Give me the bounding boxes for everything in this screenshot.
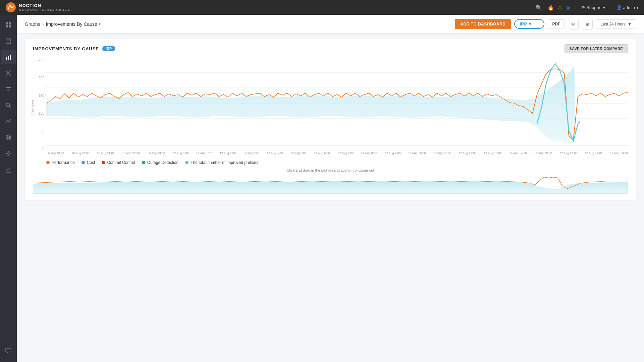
main-content: Graphs › Improvements By Cause ▾ ADD TO … xyxy=(17,15,644,362)
topnav-right-area: 🔍 🔥 ⚠ ◎ ⊕ Support ▾ 👤 admin ▾ xyxy=(535,4,639,11)
legend-label-cost: Cost xyxy=(87,160,95,165)
x-label-13: 17 Aug 8:00 xyxy=(361,152,377,155)
x-label-22: 17 Aug 17:00 xyxy=(585,152,602,155)
x-label-4: 16 Aug 23:00 xyxy=(147,152,165,155)
sidebar xyxy=(0,15,17,362)
chart-legend: Performance Cost Commit Control Outage D… xyxy=(33,160,628,165)
time-range-filter-icon: ▼ xyxy=(628,22,632,26)
add-to-dashboard-button[interactable]: ADD TO DASHBOARD xyxy=(455,19,511,29)
warn-alert-icon[interactable]: ⚠ xyxy=(557,4,562,11)
y-tick-150: 150 xyxy=(39,94,44,98)
user-arrow-icon: ▾ xyxy=(636,5,639,10)
chart-plot-area[interactable]: 16 Aug 19:00 16 Aug 20:00 16 Aug 21:00 1… xyxy=(46,57,628,158)
legend-label-performance: Performance xyxy=(52,160,75,165)
logo-name: NOCTION xyxy=(19,3,70,8)
breadcrumb-root[interactable]: Graphs xyxy=(25,21,40,27)
mini-chart-wrap[interactable] xyxy=(33,174,628,194)
main-layout: Graphs › Improvements By Cause ▾ ADD TO … xyxy=(0,15,644,362)
logo-icon xyxy=(5,2,16,13)
y-axis: 250 200 150 100 50 0 Prefixes xyxy=(33,57,46,158)
sidebar-item-globe[interactable] xyxy=(1,130,16,145)
x-label-12: 17 Aug 7:00 xyxy=(337,152,354,155)
x-label-0: 16 Aug 19:00 xyxy=(46,152,64,155)
logo-text-group: NOCTION NETWORK INTELLIGENCE xyxy=(19,3,70,11)
legend-total-prefixes: The total number of improved prefixes xyxy=(185,160,258,165)
email-button[interactable]: ✉ xyxy=(568,19,579,29)
logo-subtitle: NETWORK INTELLIGENCE xyxy=(19,8,70,11)
breadcrumb-separator: › xyxy=(42,21,44,27)
toolbar-actions: ADD TO DASHBOARD IRP ▾ PDF ✉ ⊕ Last 24 H… xyxy=(455,19,636,29)
svg-rect-2 xyxy=(9,22,11,24)
sidebar-item-settings[interactable] xyxy=(1,146,16,161)
x-label-8: 17 Aug 3:00 xyxy=(243,152,259,155)
breadcrumb-bar: Graphs › Improvements By Cause ▾ ADD TO … xyxy=(17,15,644,34)
chart-title-wrap: IMPROVEMENTS BY CAUSE IRP xyxy=(33,46,115,51)
x-label-5: 17 Aug 0:00 xyxy=(172,152,189,155)
x-label-6: 17 Aug 1:00 xyxy=(196,152,212,155)
sidebar-item-search[interactable] xyxy=(1,98,16,113)
fullscreen-button[interactable]: ⊕ xyxy=(582,19,593,29)
svg-rect-25 xyxy=(6,348,11,352)
sidebar-item-trends[interactable] xyxy=(1,114,16,129)
sidebar-item-stats[interactable] xyxy=(1,162,16,177)
sidebar-item-filter[interactable] xyxy=(1,82,16,97)
pdf-button[interactable]: PDF xyxy=(548,19,565,29)
y-tick-250: 250 xyxy=(39,58,44,62)
breadcrumb-dropdown-icon[interactable]: ▾ xyxy=(99,22,101,26)
legend-dot-outage-detection xyxy=(142,161,145,164)
sidebar-item-charts[interactable] xyxy=(1,50,16,64)
x-label-21: 17 Aug 16:00 xyxy=(559,152,577,155)
x-label-23: 17 Aug 18:00 xyxy=(610,152,628,155)
x-label-9: 17 Aug 4:00 xyxy=(267,152,283,155)
x-label-7: 17 Aug 2:00 xyxy=(220,152,236,155)
support-arrow-icon: ▾ xyxy=(603,5,605,10)
save-compare-button[interactable]: SAVE FOR LATER COMPARE xyxy=(565,44,628,53)
mini-chart-svg xyxy=(33,174,628,194)
sidebar-item-chat[interactable] xyxy=(1,343,16,358)
sidebar-item-routing[interactable] xyxy=(1,66,16,80)
area-fill xyxy=(46,67,575,142)
x-label-15: 17 Aug 10:00 xyxy=(408,152,426,155)
support-menu[interactable]: ⊕ Support ▾ xyxy=(576,5,605,10)
chart-container: IMPROVEMENTS BY CAUSE IRP SAVE FOR LATER… xyxy=(25,39,636,200)
top-navigation: NOCTION NETWORK INTELLIGENCE 🔍 🔥 ⚠ ◎ ⊕ S… xyxy=(0,0,644,15)
y-tick-0: 0 xyxy=(42,147,44,151)
legend-label-total-prefixes: The total number of improved prefixes xyxy=(191,160,258,165)
mini-area-fill xyxy=(33,181,628,193)
sidebar-item-dashboard[interactable] xyxy=(1,17,16,32)
search-icon[interactable]: 🔍 xyxy=(535,4,542,11)
chart-svg xyxy=(46,57,628,151)
user-label: admin xyxy=(623,5,635,10)
x-label-20: 17 Aug 15:00 xyxy=(534,152,552,155)
legend-dot-commit-control xyxy=(102,161,105,164)
x-label-11: 17 Aug 6:00 xyxy=(314,152,330,155)
info-alert-icon[interactable]: ◎ xyxy=(566,4,570,11)
breadcrumb-current-label: Improvements By Cause xyxy=(46,21,97,27)
mini-chart-section: Click and drag in the plot area to zoom … xyxy=(33,168,628,194)
breadcrumb-current: Improvements By Cause ▾ xyxy=(46,21,101,27)
irp-dropdown[interactable]: IRP ▾ xyxy=(514,19,544,29)
fire-alert-icon[interactable]: 🔥 xyxy=(547,4,554,11)
x-label-19: 17 Aug 14:00 xyxy=(509,152,527,155)
alerts-area: 🔥 ⚠ ◎ xyxy=(547,4,570,11)
time-range-button[interactable]: Last 24 Hours ▼ xyxy=(596,19,636,29)
sidebar-item-reports[interactable] xyxy=(1,34,16,48)
legend-commit-control: Commit Control xyxy=(102,160,135,165)
svg-rect-1 xyxy=(6,22,8,24)
legend-label-commit-control: Commit Control xyxy=(107,160,135,165)
support-plus-icon: ⊕ xyxy=(581,5,585,10)
legend-dot-performance xyxy=(46,161,50,164)
x-axis-labels: 16 Aug 19:00 16 Aug 20:00 16 Aug 21:00 1… xyxy=(46,151,628,156)
user-menu[interactable]: 👤 admin ▾ xyxy=(611,5,639,10)
logo-area: NOCTION NETWORK INTELLIGENCE xyxy=(5,2,70,13)
svg-rect-10 xyxy=(8,56,9,60)
irp-arrow-icon: ▾ xyxy=(529,21,531,26)
y-tick-50: 50 xyxy=(41,129,44,133)
y-tick-100: 100 xyxy=(39,112,44,115)
breadcrumb: Graphs › Improvements By Cause ▾ xyxy=(25,21,101,27)
svg-point-22 xyxy=(8,153,9,155)
y-tick-200: 200 xyxy=(39,76,44,80)
legend-outage-detection: Outage Detection xyxy=(142,160,178,165)
chart-body: 250 200 150 100 50 0 Prefixes xyxy=(33,57,628,158)
x-label-1: 16 Aug 20:00 xyxy=(71,152,89,155)
